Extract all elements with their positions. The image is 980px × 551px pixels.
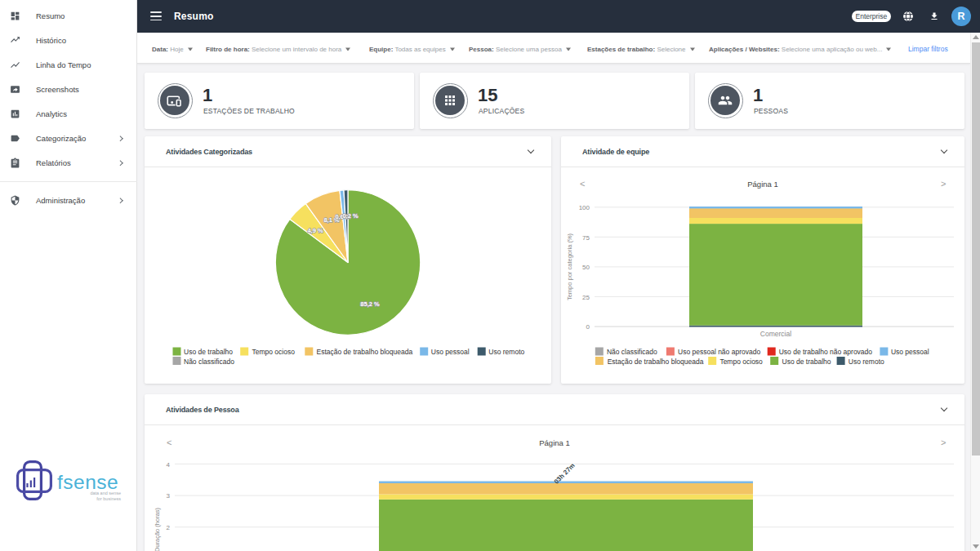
svg-text:Uso remoto: Uso remoto — [849, 358, 884, 366]
svg-text:<: < — [167, 438, 172, 447]
svg-text:Comercial: Comercial — [760, 330, 791, 338]
svg-text:Tempo por categoria (%): Tempo por categoria (%) — [566, 233, 573, 300]
svg-text:data and sense: data and sense — [90, 491, 121, 495]
svg-text:for business: for business — [96, 496, 121, 501]
svg-text:3: 3 — [167, 492, 171, 500]
svg-text:Uso remoto: Uso remoto — [488, 348, 524, 356]
svg-text:>: > — [941, 438, 946, 447]
svg-text:50: 50 — [582, 264, 590, 271]
svg-text:Estação de trabalho bloqueada: Estação de trabalho bloqueada — [317, 348, 413, 356]
svg-text:Duração (horas): Duração (horas) — [154, 507, 161, 551]
svg-text:Não classificado: Não classificado — [607, 348, 657, 356]
svg-text:Estação de trabalho bloqueada: Estação de trabalho bloqueada — [608, 358, 704, 366]
svg-text:Uso de trabalho: Uso de trabalho — [782, 358, 831, 366]
svg-text:0: 0 — [586, 323, 590, 331]
svg-text:Tempo ocioso: Tempo ocioso — [719, 358, 763, 366]
svg-text:25: 25 — [582, 294, 590, 301]
svg-text:Página 1: Página 1 — [539, 438, 570, 447]
svg-text:2: 2 — [167, 524, 171, 531]
svg-text:Não classificado: Não classificado — [184, 358, 234, 366]
svg-text:75: 75 — [582, 234, 590, 242]
svg-text:Uso pessoal: Uso pessoal — [891, 348, 929, 356]
svg-text:4: 4 — [167, 461, 171, 469]
svg-text:Uso pessoal não aprovado: Uso pessoal não aprovado — [678, 348, 760, 356]
svg-text:<: < — [580, 179, 585, 189]
svg-text:Uso de trabalho: Uso de trabalho — [184, 348, 233, 356]
svg-text:100: 100 — [579, 204, 590, 211]
svg-text:Página 1: Página 1 — [747, 180, 778, 189]
svg-text:0,2 %: 0,2 % — [342, 212, 359, 220]
svg-text:Uso pessoal: Uso pessoal — [431, 348, 470, 356]
svg-text:Tempo ocioso: Tempo ocioso — [252, 348, 296, 356]
svg-text:Uso de trabalho não aprovado: Uso de trabalho não aprovado — [779, 348, 873, 356]
svg-text:4,9 %: 4,9 % — [307, 227, 323, 234]
svg-text:>: > — [941, 179, 946, 189]
svg-text:85,2 %: 85,2 % — [360, 300, 380, 308]
